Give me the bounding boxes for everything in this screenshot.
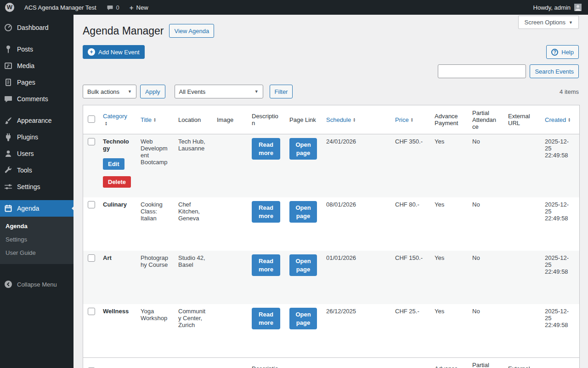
agenda-submenu: Agenda Settings User Guide [0, 217, 74, 264]
column-label: Category [103, 113, 127, 120]
sort-desc-glyph: ▼ [153, 120, 156, 122]
read-more-button[interactable]: Read more [252, 138, 280, 160]
cell-location: Community Center, Zurich [174, 304, 212, 357]
open-page-button[interactable]: Open page [289, 138, 317, 160]
column-label: Title [141, 116, 152, 123]
cell-external-url [503, 304, 540, 357]
column-header-description: Description [247, 105, 285, 134]
cell-title: Yoga Workshop [136, 304, 174, 357]
sort-desc-glyph: ▼ [353, 120, 356, 122]
delete-button[interactable]: Delete [103, 176, 131, 188]
cell-image [212, 304, 247, 357]
column-header-created[interactable]: Created [540, 357, 579, 368]
sidebar-item-agenda[interactable]: Agenda [0, 200, 74, 217]
comment-bubble-icon [107, 4, 113, 11]
sidebar-item-posts[interactable]: Posts [0, 41, 74, 58]
column-header-category[interactable]: Category [98, 357, 136, 368]
submenu-item-user-guide[interactable]: User Guide [0, 246, 74, 259]
add-new-event-button[interactable]: + Add New Event [83, 45, 145, 59]
sidebar-item-settings[interactable]: Settings [0, 178, 74, 195]
admin-bar-new[interactable]: + New [124, 0, 153, 15]
column-label: Description [252, 113, 278, 126]
apply-button[interactable]: Apply [140, 85, 165, 98]
cell-description: Read more [247, 134, 285, 197]
cell-partial-attendance: No [468, 197, 503, 251]
edit-button[interactable]: Edit [103, 158, 124, 170]
wordpress-menu[interactable]: W [0, 0, 19, 15]
bulk-actions-select[interactable]: Bulk actions ▼ [83, 85, 136, 98]
page-title: Agenda Manager [83, 25, 164, 37]
table-body: Technology Edit Delete Web Development B… [83, 134, 579, 357]
sidebar-item-appearance[interactable]: Appearance [0, 112, 74, 129]
read-more-button[interactable]: Read more [252, 201, 280, 223]
cell-advance-payment: Yes [430, 304, 468, 357]
sidebar-item-media[interactable]: Media [0, 58, 74, 74]
sidebar-item-users[interactable]: Users [0, 145, 74, 162]
plus-circle-icon: + [88, 48, 95, 56]
column-header-title[interactable]: Title [136, 357, 174, 368]
filter-button[interactable]: Filter [270, 85, 293, 98]
help-button[interactable]: ? Help [546, 45, 579, 59]
cell-external-url [503, 197, 540, 251]
select-row-checkbox[interactable] [88, 254, 95, 262]
search-input[interactable] [438, 64, 526, 78]
filter-row: Bulk actions ▼ Apply All Events ▼ Filter… [83, 85, 579, 98]
column-header-advance-payment: Advance Payment [430, 105, 468, 134]
site-name-label: ACS Agenda Manager Test [24, 4, 96, 11]
sidebar-item-dashboard[interactable]: Dashboard [0, 19, 74, 36]
column-header-title[interactable]: Title▲▼ [136, 105, 174, 134]
footer-header-row: Category Title Location Image Descriptio… [83, 357, 579, 368]
comments-icon [4, 94, 13, 104]
open-page-button[interactable]: Open page [289, 254, 317, 276]
column-header-price[interactable]: Price [390, 357, 430, 368]
select-all-checkbox[interactable] [88, 115, 95, 123]
sidebar-item-pages[interactable]: Pages [0, 74, 74, 91]
column-header-page-link: Page Link [285, 357, 322, 368]
column-header-location: Location [174, 105, 212, 134]
search-events-button[interactable]: Search Events [530, 64, 579, 78]
cell-location: Studio 42, Basel [174, 251, 212, 304]
table-row: Wellness Yoga Workshop Community Center,… [83, 304, 579, 357]
cell-price: CHF 150.- [390, 251, 430, 304]
open-page-button[interactable]: Open page [289, 201, 317, 223]
sort-desc-glyph: ▼ [411, 120, 413, 122]
cell-created: 2025-12-25 22:49:58 [540, 304, 579, 357]
account-menu[interactable]: Howdy, admin [527, 0, 588, 15]
column-header-price[interactable]: Price▲▼ [390, 105, 430, 134]
comments-count: 0 [116, 4, 119, 11]
sidebar-item-tools[interactable]: Tools [0, 162, 74, 178]
cell-title: Photography Course [136, 251, 174, 304]
column-header-schedule[interactable]: Schedule [322, 357, 390, 368]
read-more-button[interactable]: Read more [252, 308, 280, 329]
screen-options-button[interactable]: Screen Options ▼ [518, 16, 579, 29]
column-label: Advance Payment [435, 365, 458, 368]
column-header-partial-attendance: Partial Attendance [468, 357, 503, 368]
read-more-button[interactable]: Read more [252, 254, 280, 276]
select-row-checkbox[interactable] [88, 308, 95, 315]
open-page-button[interactable]: Open page [289, 308, 317, 329]
cell-external-url [503, 251, 540, 304]
cell-description: Read more [247, 197, 285, 251]
events-filter-select[interactable]: All Events ▼ [175, 85, 263, 98]
sidebar-item-label: Users [17, 150, 34, 157]
select-row-checkbox[interactable] [88, 201, 95, 208]
column-header-schedule[interactable]: Schedule▲▼ [322, 105, 390, 134]
cell-advance-payment: Yes [430, 251, 468, 304]
sidebar-item-plugins[interactable]: Plugins [0, 129, 74, 145]
site-name-link[interactable]: ACS Agenda Manager Test [19, 0, 102, 15]
cell-image [212, 197, 247, 251]
column-header-created[interactable]: Created▲▼ [540, 105, 579, 134]
column-header-category[interactable]: Category▲▼ [98, 105, 136, 134]
admin-bar-comments[interactable]: 0 [102, 0, 124, 15]
sort-icon: ▲▼ [105, 121, 107, 126]
submenu-item-agenda[interactable]: Agenda [0, 219, 74, 233]
actions-row: + Add New Event ? Help [83, 45, 579, 59]
column-label: Partial Attendance [472, 109, 496, 130]
apply-label: Apply [145, 88, 160, 95]
sidebar-item-comments[interactable]: Comments [0, 91, 74, 107]
view-agenda-button[interactable]: View Agenda [169, 24, 214, 38]
collapse-menu-button[interactable]: Collapse Menu [0, 276, 74, 293]
sidebar-item-label: Agenda [17, 205, 39, 212]
submenu-item-settings[interactable]: Settings [0, 233, 74, 246]
select-row-checkbox[interactable] [88, 138, 95, 145]
